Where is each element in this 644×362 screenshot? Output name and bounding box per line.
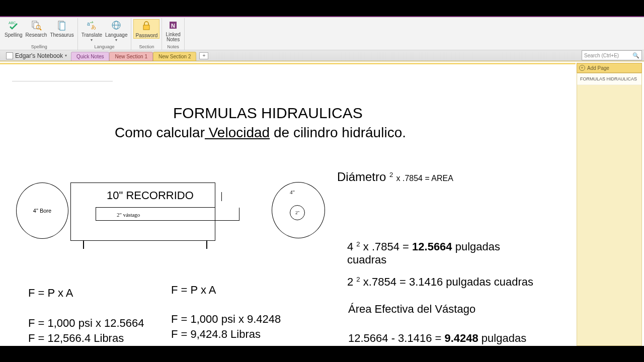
svg-text:あ: あ xyxy=(91,24,96,30)
add-section-button[interactable]: + xyxy=(199,52,208,59)
language-icon xyxy=(110,19,122,31)
bore-circle: 4" Bore xyxy=(16,183,68,239)
svg-text:N: N xyxy=(171,23,175,29)
ribbon-group-spelling: ABC Spelling Research Thesaurus Spelling xyxy=(1,18,78,50)
research-label: Research xyxy=(26,32,47,38)
calc-area-bore: 4 2 x .7854 = 12.5664 pulgadas cuadras xyxy=(347,240,528,266)
chevron-down-icon: ▾ xyxy=(65,53,67,58)
svg-line-4 xyxy=(40,29,41,30)
linked-notes-label: Linked Notes xyxy=(166,32,180,42)
section-tabbar: Edgar's Notebook ▾ Quick Notes New Secti… xyxy=(0,50,644,61)
group-label-spelling: Spelling xyxy=(31,43,47,50)
note-title-input[interactable] xyxy=(12,68,113,81)
bore-label: 4" Bore xyxy=(33,208,51,214)
tab-new-section-1[interactable]: New Section 1 xyxy=(109,52,152,61)
thesaurus-label: Thesaurus xyxy=(50,32,73,38)
research-icon xyxy=(30,19,42,31)
left-formula-3: F = 12,566.4 Libras xyxy=(28,332,124,345)
language-button[interactable]: Language ▾ xyxy=(104,19,129,42)
page-subtitle: Como calcular Velocidad de cilindro hidr… xyxy=(115,125,406,141)
page-title: FORMULAS HIDRAULICAS xyxy=(173,105,363,122)
note-canvas[interactable]: FORMULAS HIDRAULICAS Como calcular Veloc… xyxy=(0,63,576,346)
password-button[interactable]: Password xyxy=(133,19,159,39)
add-page-button[interactable]: + Add Page xyxy=(577,63,642,73)
svg-text:a: a xyxy=(87,21,90,27)
research-button[interactable]: Research xyxy=(24,19,49,38)
page-list-item[interactable]: FORMULAS HIDRAULICAS xyxy=(577,73,641,85)
language-label: Language xyxy=(105,32,128,38)
mid-formula-2: F = 1,000 psi x 9.4248 xyxy=(171,313,281,326)
translate-label: Translate xyxy=(82,32,102,38)
linked-notes-icon: N xyxy=(167,19,179,31)
ribbon-group-section: Password Section xyxy=(131,18,162,50)
area-formula: Diámetro 2 x .7854 = AREA xyxy=(337,170,453,184)
ring-inner-circle: 2" xyxy=(290,205,305,220)
search-placeholder: Search (Ctrl+E) xyxy=(584,53,619,58)
spelling-button[interactable]: ABC Spelling xyxy=(3,19,24,38)
notebook-selector[interactable]: Edgar's Notebook ▾ xyxy=(2,52,71,59)
area-efectiva-label: Área Efectiva del Vástago xyxy=(348,303,475,316)
left-formula-2: F = 1,000 psi x 12.5664 xyxy=(28,317,144,330)
calc-area-rod: 2 2 x.7854 = 3.1416 pulgadas cuadras xyxy=(347,276,538,289)
svg-rect-2 xyxy=(34,23,38,29)
thesaurus-button[interactable]: Thesaurus xyxy=(48,19,75,38)
password-icon xyxy=(140,20,152,32)
text-cursor xyxy=(221,192,222,201)
group-label-section: Section xyxy=(139,43,154,50)
ribbon-group-notes: N Linked Notes Notes xyxy=(162,18,184,50)
notebook-icon xyxy=(6,52,13,59)
page-list-panel: FORMULAS HIDRAULICAS xyxy=(577,73,642,346)
svg-text:ABC: ABC xyxy=(9,21,16,25)
spelling-icon: ABC xyxy=(8,19,20,31)
thesaurus-icon xyxy=(56,19,68,31)
tab-new-section-2[interactable]: New Section 2 xyxy=(153,52,196,61)
note-body: FORMULAS HIDRAULICAS Como calcular Veloc… xyxy=(0,89,570,346)
mount-leg-right xyxy=(206,241,207,249)
translate-icon: aあ xyxy=(86,19,98,31)
linked-notes-button[interactable]: N Linked Notes xyxy=(164,19,182,42)
calc-area-efectiva: 12.5664 - 3.1416 = 9.4248 pulgadas xyxy=(348,332,529,345)
group-label-notes: Notes xyxy=(167,43,179,50)
add-page-label: Add Page xyxy=(587,65,609,71)
plus-icon: + xyxy=(579,65,585,71)
ring-outer-label: 4" xyxy=(290,189,295,195)
mount-leg-left xyxy=(83,241,84,249)
svg-rect-12 xyxy=(143,25,149,30)
spelling-label: Spelling xyxy=(5,32,23,38)
group-label-language: Language xyxy=(95,43,115,50)
search-icon: 🔍 xyxy=(632,52,639,59)
password-label: Password xyxy=(135,33,157,38)
search-input[interactable]: Search (Ctrl+E) 🔍 xyxy=(582,50,642,60)
vastago-label: 2" vástago xyxy=(117,212,140,218)
mid-formula-3: F = 9,424.8 Libras xyxy=(171,328,261,341)
tab-quick-notes[interactable]: Quick Notes xyxy=(71,52,109,61)
translate-button[interactable]: aあ Translate ▾ xyxy=(80,19,104,42)
onenote-window: ABC Spelling Research Thesaurus Spelling… xyxy=(0,16,644,346)
mid-formula-1: F = P x A xyxy=(171,284,216,297)
svg-rect-6 xyxy=(60,22,65,30)
recorrido-label: 10" RECORRIDO xyxy=(107,189,222,202)
notebook-name-label: Edgar's Notebook xyxy=(15,52,63,59)
ribbon: ABC Spelling Research Thesaurus Spelling… xyxy=(0,16,644,50)
left-formula-1: F = P x A xyxy=(28,287,73,300)
ribbon-group-language: aあ Translate ▾ Language ▾ Language xyxy=(78,18,132,50)
